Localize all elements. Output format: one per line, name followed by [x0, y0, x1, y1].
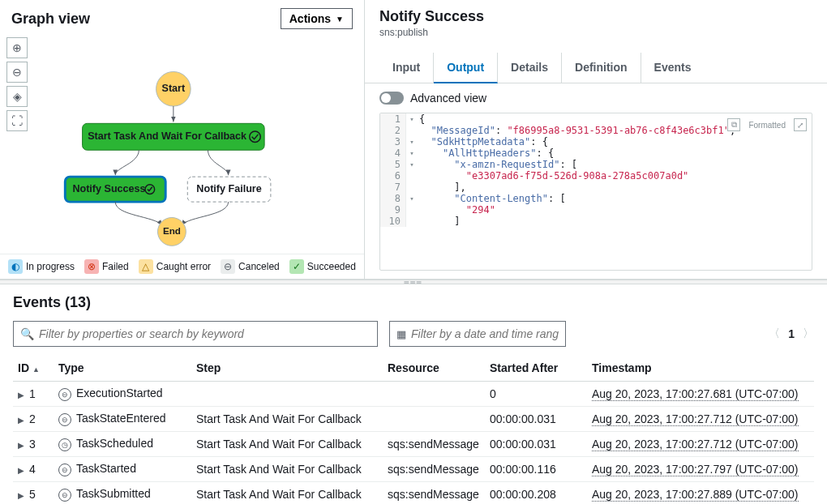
failed-icon: ⊗ [84, 259, 99, 274]
detail-title: Notify Success [379, 8, 812, 25]
events-table: ID▲ Type Step Resource Started After Tim… [13, 355, 814, 504]
filter-properties[interactable]: 🔍 [13, 321, 378, 347]
succeeded-icon: ✓ [289, 259, 304, 274]
output-code-box: ⧉ Formatted ⤢ 1▾{2 "MessageId": "f86995a… [379, 113, 812, 271]
filter-date[interactable]: ▦ [389, 321, 566, 347]
timestamp-link[interactable]: Aug 20, 2023, 17:00:27.889 (UTC-07:00) [592, 488, 799, 502]
in-progress-icon: ◐ [8, 259, 23, 274]
table-row[interactable]: ▶2⊖TaskStateEnteredStart Task And Wait F… [13, 407, 814, 432]
legend-failed: Failed [102, 261, 129, 272]
event-type-icon: ⊖ [58, 463, 71, 476]
tab-events[interactable]: Events [641, 53, 705, 83]
col-started[interactable]: Started After [485, 355, 587, 382]
pagination: 〈 1 〉 [769, 327, 814, 341]
col-type[interactable]: Type [54, 355, 191, 382]
events-panel: Events (13) 🔍 ▦ 〈 1 〉 ID▲ Type Step Reso… [0, 284, 827, 504]
table-row[interactable]: ▶4⊖TaskStartedStart Task And Wait For Ca… [13, 457, 814, 482]
zoom-in-button[interactable]: ⊕ [6, 37, 28, 58]
expand-row-icon[interactable]: ▶ [18, 391, 26, 399]
legend-caught: Caught error [156, 261, 211, 272]
node-success-label: Notify Success [72, 183, 145, 194]
calendar-icon: ▦ [396, 328, 406, 340]
page-number: 1 [788, 327, 795, 340]
advanced-view-label: Advanced view [410, 92, 486, 105]
sort-icon[interactable]: ▲ [32, 365, 40, 374]
actions-button[interactable]: Actions ▼ [281, 8, 353, 29]
timestamp-link[interactable]: Aug 20, 2023, 17:00:27.712 (UTC-07:00) [592, 412, 799, 426]
node-failure-label: Notify Failure [196, 183, 261, 194]
timestamp-link[interactable]: Aug 20, 2023, 17:00:27.681 (UTC-07:00) [592, 387, 799, 401]
events-title: Events (13) [13, 294, 814, 311]
page-next[interactable]: 〉 [803, 327, 814, 341]
timestamp-link[interactable]: Aug 20, 2023, 17:00:27.712 (UTC-07:00) [592, 438, 799, 451]
event-type-icon: ⊖ [58, 413, 71, 426]
col-step[interactable]: Step [191, 355, 383, 382]
col-resource[interactable]: Resource [383, 355, 485, 382]
expand-row-icon[interactable]: ▶ [18, 441, 26, 450]
tab-input[interactable]: Input [379, 53, 434, 83]
node-start-label: Start [162, 83, 186, 94]
copy-button[interactable]: ⧉ [727, 118, 740, 131]
table-row[interactable]: ▶3◷TaskScheduledStart Task And Wait For … [13, 432, 814, 457]
node-end-label: End [163, 225, 181, 236]
col-timestamp[interactable]: Timestamp [587, 355, 814, 382]
search-icon: 🔍 [20, 327, 34, 340]
detail-pane: Notify Success sns:publish Input Output … [365, 0, 827, 279]
table-row[interactable]: ▶5⊖TaskSubmittedStart Task And Wait For … [13, 482, 814, 505]
tab-definition[interactable]: Definition [562, 53, 641, 83]
tab-details[interactable]: Details [498, 53, 562, 83]
caught-icon: △ [139, 259, 153, 274]
fullscreen-button[interactable]: ⛶ [6, 110, 28, 131]
canceled-icon: ⊖ [221, 259, 235, 274]
filter-date-input[interactable] [411, 327, 559, 340]
chevron-down-icon: ▼ [336, 15, 344, 23]
detail-subtitle: sns:publish [379, 27, 812, 38]
event-type-icon: ◷ [58, 438, 71, 451]
advanced-view-toggle[interactable] [379, 92, 404, 105]
zoom-out-button[interactable]: ⊖ [6, 62, 28, 83]
event-type-icon: ⊖ [58, 388, 71, 401]
col-id[interactable]: ID [18, 361, 29, 374]
center-button[interactable]: ◈ [6, 86, 28, 107]
tab-output[interactable]: Output [434, 53, 498, 83]
graph-title: Graph view [11, 11, 90, 28]
workflow-graph[interactable]: Start Start Task And Wait For Callback N… [0, 34, 364, 254]
tabs: Input Output Details Definition Events [365, 53, 827, 83]
legend-in-progress: In progress [26, 261, 75, 272]
legend: ◐In progress ⊗Failed △Caught error ⊖Canc… [0, 254, 364, 279]
expand-row-icon[interactable]: ▶ [18, 491, 26, 500]
actions-label: Actions [289, 12, 331, 25]
timestamp-link[interactable]: Aug 20, 2023, 17:00:27.797 (UTC-07:00) [592, 463, 799, 476]
expand-code-button[interactable]: ⤢ [794, 118, 807, 131]
formatted-label: Formatted [748, 121, 786, 130]
node-task-label: Start Task And Wait For Callback [88, 130, 246, 142]
legend-canceled: Canceled [238, 261, 280, 272]
expand-row-icon[interactable]: ▶ [18, 416, 26, 425]
legend-succeeded: Succeeded [307, 261, 356, 272]
event-type-icon: ⊖ [58, 489, 71, 502]
filter-properties-input[interactable] [39, 327, 371, 340]
graph-pane: Graph view Actions ▼ ⊕ ⊖ ◈ ⛶ Start [0, 0, 365, 279]
page-prev[interactable]: 〈 [769, 327, 780, 341]
expand-row-icon[interactable]: ▶ [18, 466, 26, 475]
table-row[interactable]: ▶1⊖ExecutionStarted0Aug 20, 2023, 17:00:… [13, 382, 814, 407]
